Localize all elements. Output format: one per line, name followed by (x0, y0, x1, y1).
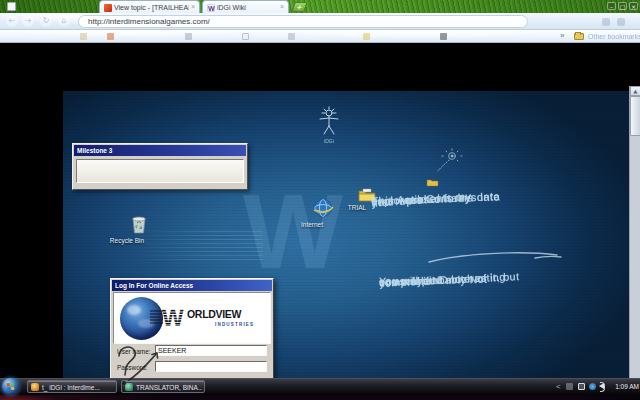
internet-icon[interactable] (301, 197, 323, 219)
network-icon[interactable] (578, 383, 585, 390)
bookmark-favicon[interactable] (242, 33, 249, 40)
bookmark-favicon[interactable] (363, 33, 370, 40)
tab-close-icon[interactable]: × (189, 2, 197, 12)
chalk-underline-swoosh (425, 248, 565, 266)
bookmark-favicon[interactable] (107, 33, 114, 40)
trial-folder-label: TRIAL (341, 204, 373, 211)
stick-figure-drawing (315, 105, 343, 137)
new-tab-button[interactable]: + (291, 2, 307, 12)
username-field[interactable] (155, 345, 267, 356)
scrollbar-thumb[interactable] (630, 96, 640, 136)
window-minimize-button[interactable]: – (607, 2, 616, 10)
browser-tab-strip: View topic - [TRAILHEAD... × W iDGi Wiki… (0, 0, 640, 13)
windows-flag-icon (7, 383, 15, 391)
page-scrollbar[interactable]: ▲ ▼ (629, 86, 640, 400)
login-dialog-titlebar[interactable]: Log In For Online Access (112, 280, 272, 291)
taskbar-item-idgi[interactable]: t_ iDGi : Interdime... (27, 380, 117, 393)
bookmark-star-icon[interactable] (602, 18, 610, 26)
browser-toolbar: ← → ↻ ⌂ (0, 13, 640, 30)
username-label: User name: (117, 348, 151, 355)
volume-icon[interactable] (599, 383, 604, 389)
other-bookmarks-label[interactable]: Other bookmarks (588, 31, 640, 42)
small-folder-icon[interactable] (427, 178, 438, 186)
password-field[interactable] (155, 361, 267, 372)
start-button[interactable] (2, 378, 19, 395)
window-close-button[interactable]: × (629, 2, 638, 10)
milestone-window: Milestone 3 (72, 143, 248, 190)
pinned-page-icon[interactable] (7, 2, 16, 11)
password-label: Password: (117, 364, 147, 371)
svg-text:W: W (162, 305, 184, 331)
internet-label: Internet (291, 221, 333, 228)
bookmark-favicon[interactable] (440, 33, 447, 40)
trial-folder-icon[interactable] (347, 187, 367, 203)
forward-icon[interactable]: → (22, 15, 34, 27)
translator-task-icon (125, 383, 133, 391)
bookmark-favicon[interactable] (185, 33, 192, 40)
other-bookmarks-folder-icon[interactable] (574, 33, 584, 40)
bookmark-favicon[interactable] (80, 33, 87, 40)
tray-app-icon[interactable] (566, 383, 573, 390)
forum-favicon (104, 4, 112, 12)
window-maximize-button[interactable]: □ (618, 2, 627, 10)
scroll-up-icon[interactable]: ▲ (630, 86, 640, 96)
milestone-window-titlebar[interactable]: Milestone 3 (74, 145, 246, 156)
bookmarks-bar: » Other bookmarks (0, 30, 640, 43)
browser-task-icon (31, 383, 39, 391)
screen-bottom-edge (0, 395, 640, 400)
home-icon[interactable]: ⌂ (58, 15, 70, 27)
reload-icon[interactable]: ↻ (40, 15, 52, 27)
screen: View topic - [TRAILHEAD... × W iDGi Wiki… (0, 0, 640, 400)
address-bar-input[interactable] (78, 15, 528, 28)
industries-logo-text: INDUSTRIES (215, 322, 254, 327)
back-icon[interactable]: ← (6, 15, 18, 27)
desktop-screenshot: W Milestone 3 iDGi (63, 91, 629, 400)
tray-expand-chevron[interactable]: < (556, 381, 561, 392)
tab-close-icon[interactable]: × (278, 2, 286, 12)
recycle-bin-icon[interactable] (115, 213, 139, 235)
striped-w-logo-icon: W (150, 302, 190, 332)
milestone-window-list[interactable] (76, 159, 244, 183)
tray-status-icon[interactable] (589, 383, 596, 390)
taskbar-clock[interactable]: 1:09 AM (611, 378, 639, 395)
tab-idgi-wiki[interactable]: W iDGi Wiki × (202, 0, 289, 13)
bookmark-favicon[interactable] (288, 33, 295, 40)
taskbar-item-translator[interactable]: TRANSLATOR, BINA... (121, 380, 205, 393)
worldview-logo-text: ORLDVIEW (187, 308, 241, 320)
recycle-bin-label: Recycle Bin (99, 237, 155, 244)
tools-icon[interactable] (617, 18, 625, 26)
stick-figure-label: iDGi (315, 138, 343, 144)
tab-view-topic[interactable]: View topic - [TRAILHEAD... × (99, 0, 200, 13)
worldview-logo-panel: W ORLDVIEW INDUSTRIES (113, 292, 271, 344)
wiki-favicon: W (207, 4, 215, 12)
webpage-content: W Milestone 3 iDGi (0, 43, 640, 378)
eye-doodle-drawing (435, 148, 467, 174)
bookmarks-overflow-chevron[interactable]: » (560, 31, 564, 40)
